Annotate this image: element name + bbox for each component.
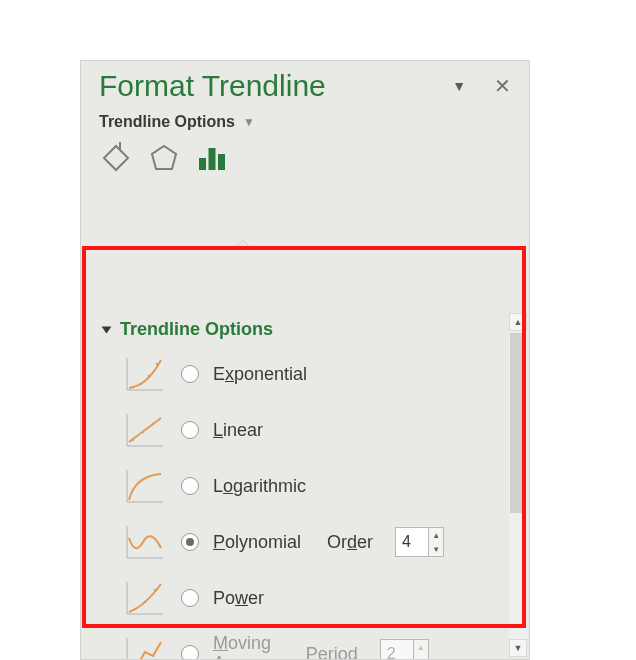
- options-scroll-area: Trendline Options Exponential: [81, 251, 529, 659]
- exponential-chart-icon: [123, 354, 167, 394]
- polynomial-chart-icon: [123, 522, 167, 562]
- label-logarithmic[interactable]: Logarithmic: [213, 476, 306, 497]
- svg-rect-2: [209, 148, 216, 170]
- section-header[interactable]: Trendline Options: [81, 311, 529, 340]
- option-power[interactable]: Power: [123, 570, 515, 626]
- svg-point-13: [132, 439, 134, 441]
- option-moving-average[interactable]: MovingAverage Period ▲ ▼: [123, 626, 515, 659]
- linear-chart-icon: [123, 410, 167, 450]
- period-spinner: ▲ ▼: [380, 639, 429, 659]
- period-up-icon: ▲: [414, 640, 428, 654]
- order-label: Order: [327, 532, 373, 553]
- period-down-icon: ▼: [414, 654, 428, 659]
- option-polynomial[interactable]: Polynomial Order ▲ ▼: [123, 514, 515, 570]
- scroll-down-icon[interactable]: ▼: [509, 639, 527, 657]
- svg-point-14: [142, 431, 144, 433]
- subtitle-label: Trendline Options: [99, 113, 235, 131]
- trendline-type-list: Exponential Linear: [81, 340, 529, 659]
- option-exponential[interactable]: Exponential: [123, 346, 515, 402]
- format-trendline-panel: Format Trendline ▼ ✕ Trendline Options ▼: [80, 60, 530, 660]
- svg-rect-3: [218, 154, 225, 170]
- svg-point-22: [134, 608, 136, 610]
- order-down-icon[interactable]: ▼: [429, 542, 443, 556]
- svg-point-9: [156, 363, 158, 365]
- radio-logarithmic[interactable]: [181, 477, 199, 495]
- svg-point-7: [140, 383, 142, 385]
- svg-point-24: [154, 589, 156, 591]
- label-moving-average[interactable]: MovingAverage: [213, 634, 280, 659]
- svg-point-8: [148, 375, 150, 377]
- order-input[interactable]: [395, 527, 429, 557]
- svg-line-12: [129, 418, 161, 442]
- section-title: Trendline Options: [120, 319, 273, 340]
- radio-power[interactable]: [181, 589, 199, 607]
- category-toolbar: [81, 131, 529, 181]
- header-controls: ▼ ✕: [452, 74, 511, 98]
- radio-linear[interactable]: [181, 421, 199, 439]
- subtitle-dropdown-icon[interactable]: ▼: [243, 115, 255, 129]
- label-power[interactable]: Power: [213, 588, 264, 609]
- order-spinner[interactable]: ▲ ▼: [395, 527, 444, 557]
- label-polynomial[interactable]: Polynomial: [213, 532, 301, 553]
- panel-menu-caret-icon[interactable]: ▼: [452, 78, 466, 94]
- radio-moving-average[interactable]: [181, 645, 199, 659]
- moving-average-chart-icon: [123, 634, 167, 659]
- scroll-thumb[interactable]: [510, 333, 526, 513]
- selected-tab-pointer-icon: [233, 241, 253, 251]
- label-exponential[interactable]: Exponential: [213, 364, 307, 385]
- scroll-track[interactable]: [509, 331, 527, 639]
- logarithmic-chart-icon: [123, 466, 167, 506]
- radio-polynomial[interactable]: [181, 533, 199, 551]
- collapse-triangle-icon[interactable]: [102, 326, 112, 333]
- period-input: [380, 639, 414, 659]
- svg-marker-0: [152, 146, 176, 169]
- close-icon[interactable]: ✕: [494, 74, 511, 98]
- label-linear[interactable]: Linear: [213, 420, 263, 441]
- svg-rect-1: [199, 158, 206, 170]
- vertical-scrollbar[interactable]: ▲ ▼: [509, 313, 527, 657]
- option-linear[interactable]: Linear: [123, 402, 515, 458]
- svg-point-6: [132, 386, 134, 388]
- scroll-up-icon[interactable]: ▲: [509, 313, 527, 331]
- subtitle-row: Trendline Options ▼: [81, 107, 529, 131]
- panel-header: Format Trendline ▼ ✕: [81, 61, 529, 107]
- trendline-options-icon[interactable]: [195, 141, 229, 175]
- period-label: Period: [306, 644, 358, 660]
- panel-title: Format Trendline: [99, 69, 326, 103]
- power-chart-icon: [123, 578, 167, 618]
- svg-point-23: [144, 601, 146, 603]
- effects-icon[interactable]: [147, 141, 181, 175]
- radio-exponential[interactable]: [181, 365, 199, 383]
- svg-point-15: [152, 423, 154, 425]
- order-up-icon[interactable]: ▲: [429, 528, 443, 542]
- option-logarithmic[interactable]: Logarithmic: [123, 458, 515, 514]
- fill-line-icon[interactable]: [99, 141, 133, 175]
